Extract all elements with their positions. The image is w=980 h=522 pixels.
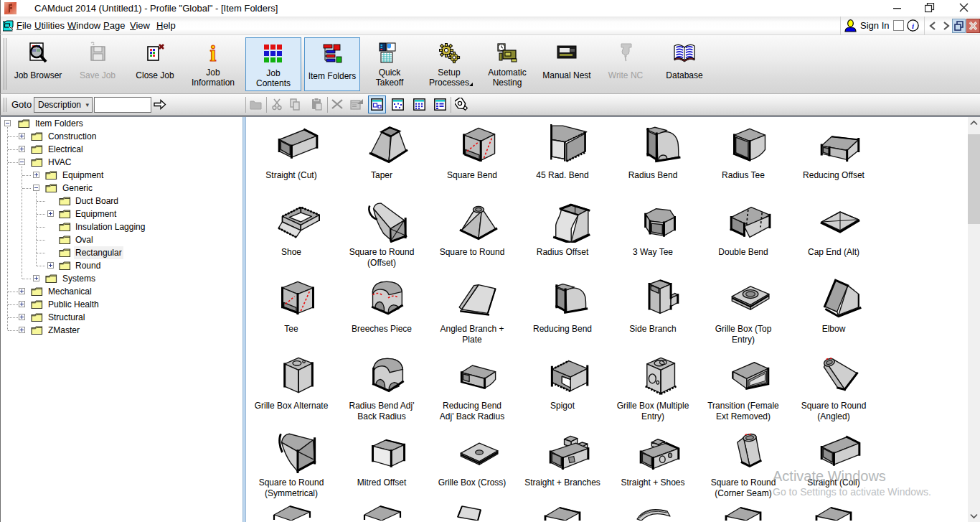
svg-text:i: i (210, 42, 217, 65)
